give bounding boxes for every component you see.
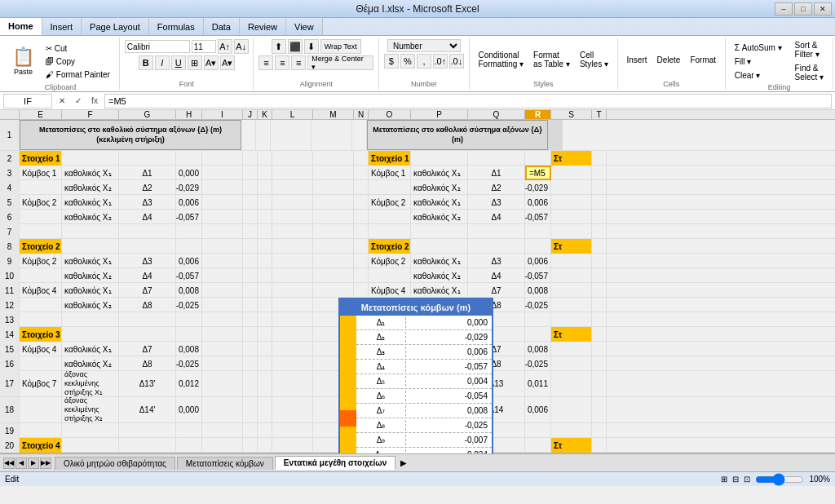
cell-r15[interactable]: 0,008	[525, 342, 551, 356]
cell-j8[interactable]	[243, 239, 258, 254]
cell-l13[interactable]	[272, 312, 313, 327]
cell-o10[interactable]	[369, 268, 411, 283]
cell-e9[interactable]: Κόμβος 2	[20, 254, 62, 268]
cell-i13[interactable]	[202, 312, 243, 327]
cell-o8[interactable]: Στοιχείο 2	[369, 239, 411, 254]
cell-l19[interactable]	[272, 423, 313, 438]
merge-center-button[interactable]: Merge & Center ▾	[307, 55, 373, 70]
view-preview-icon[interactable]: ⊡	[744, 475, 750, 484]
cell-s3[interactable]	[551, 166, 592, 180]
cell-k20[interactable]	[258, 438, 272, 453]
font-name-input[interactable]	[125, 40, 190, 53]
cell-n6[interactable]	[354, 210, 369, 224]
cell-k10[interactable]	[258, 268, 272, 283]
decimal-decrease-button[interactable]: .0↓	[449, 54, 464, 69]
cell-g6[interactable]: Δ4	[119, 210, 176, 224]
cell-e7[interactable]	[20, 224, 62, 239]
cell-i19[interactable]	[202, 423, 243, 438]
align-middle-button[interactable]: ⬛	[288, 39, 303, 54]
cell-o1[interactable]: Μετατοπίσεις στο καθολικό σύστημα αξόνων…	[367, 120, 548, 150]
copy-button[interactable]: 🗐 Copy	[42, 55, 114, 68]
cell-h10[interactable]: -0,057	[176, 268, 202, 283]
cell-o3[interactable]: Κόμβος 1	[369, 166, 411, 180]
cell-p8[interactable]	[411, 239, 468, 254]
cell-s2[interactable]: Στ	[551, 151, 592, 166]
cell-r7[interactable]	[525, 224, 551, 239]
cell-e8[interactable]: Στοιχείο 2	[20, 239, 62, 254]
cell-j20[interactable]	[243, 438, 258, 453]
cell-e4[interactable]	[20, 180, 62, 195]
cell-s7[interactable]	[551, 224, 592, 239]
cell-h14[interactable]	[176, 327, 202, 342]
cell-l7[interactable]	[272, 224, 313, 239]
cell-t10[interactable]	[592, 268, 607, 283]
col-header-f[interactable]: F	[62, 110, 119, 119]
cell-g5[interactable]: Δ3	[119, 195, 176, 210]
cell-q11[interactable]: Δ7	[468, 283, 525, 298]
cell-q8[interactable]	[468, 239, 525, 254]
cell-n7[interactable]	[354, 224, 369, 239]
cell-j11[interactable]	[243, 283, 258, 298]
view-normal-icon[interactable]: ⊞	[721, 475, 727, 484]
cell-g8[interactable]	[119, 239, 176, 254]
cell-t15[interactable]	[592, 342, 607, 356]
cell-s17[interactable]	[551, 371, 592, 396]
cell-e10[interactable]	[20, 268, 62, 283]
cell-e18[interactable]	[20, 397, 62, 422]
cell-g9[interactable]: Δ3	[119, 254, 176, 268]
cell-f16[interactable]: καθολικός X₂	[62, 356, 119, 371]
cell-f17[interactable]: άξονας κεκλιμένης στήριξης X₁	[62, 371, 119, 396]
font-color-button[interactable]: A▾	[220, 55, 235, 70]
col-header-t[interactable]: T	[592, 110, 607, 119]
cell-e17[interactable]: Κόμβος 7	[20, 371, 62, 396]
cell-i6[interactable]	[202, 210, 243, 224]
insert-cells-button[interactable]: Insert	[623, 54, 652, 66]
cell-o11[interactable]: Κόμβος 4	[369, 283, 411, 298]
tab-insert[interactable]: Insert	[42, 18, 82, 35]
cell-r13[interactable]	[525, 312, 551, 327]
col-header-m[interactable]: M	[313, 110, 354, 119]
cell-f20[interactable]	[62, 438, 119, 453]
cell-l15[interactable]	[272, 342, 313, 356]
cell-m11[interactable]	[313, 283, 354, 298]
cell-i7[interactable]	[202, 224, 243, 239]
cell-t7[interactable]	[592, 224, 607, 239]
cell-e19[interactable]	[20, 423, 62, 438]
cell-e15[interactable]: Κόμβος 4	[20, 342, 62, 356]
cell-h18[interactable]: 0,000	[176, 397, 202, 422]
cell-q3[interactable]: Δ1	[468, 166, 525, 180]
bold-button[interactable]: B	[139, 55, 153, 70]
cell-f7[interactable]	[62, 224, 119, 239]
col-header-e[interactable]: E	[20, 110, 62, 119]
cell-s8[interactable]: Στ	[551, 239, 592, 254]
cell-i12[interactable]	[202, 298, 243, 312]
cell-l16[interactable]	[272, 356, 313, 371]
cell-g14[interactable]	[119, 327, 176, 342]
cell-f5[interactable]: καθολικός X₁	[62, 195, 119, 210]
cell-s5[interactable]	[551, 195, 592, 210]
cell-h6[interactable]: -0,057	[176, 210, 202, 224]
cell-l3[interactable]	[272, 166, 313, 180]
cell-h7[interactable]	[176, 224, 202, 239]
cell-l18[interactable]	[272, 397, 313, 422]
cell-g7[interactable]	[119, 224, 176, 239]
cell-p10[interactable]: καθολικός X₂	[411, 268, 468, 283]
cell-g18[interactable]: Δ14'	[119, 397, 176, 422]
cell-n9[interactable]	[354, 254, 369, 268]
cell-i20[interactable]	[202, 438, 243, 453]
cell-j13[interactable]	[243, 312, 258, 327]
cell-h3[interactable]: 0,000	[176, 166, 202, 180]
cell-i4[interactable]	[202, 180, 243, 195]
cell-e20[interactable]: Στοιχείο 4	[20, 438, 62, 453]
cell-j4[interactable]	[243, 180, 258, 195]
col-header-g[interactable]: G	[119, 110, 176, 119]
italic-button[interactable]: I	[155, 55, 170, 70]
cell-r3[interactable]: =M5	[525, 166, 551, 180]
cell-t3[interactable]	[592, 166, 607, 180]
cell-q2[interactable]	[468, 151, 525, 166]
cell-h20[interactable]	[176, 438, 202, 453]
format-cells-button[interactable]: Format	[686, 54, 720, 66]
cell-o4[interactable]	[369, 180, 411, 195]
tab-nav-next[interactable]: ▶	[28, 458, 39, 469]
cell-n4[interactable]	[354, 180, 369, 195]
